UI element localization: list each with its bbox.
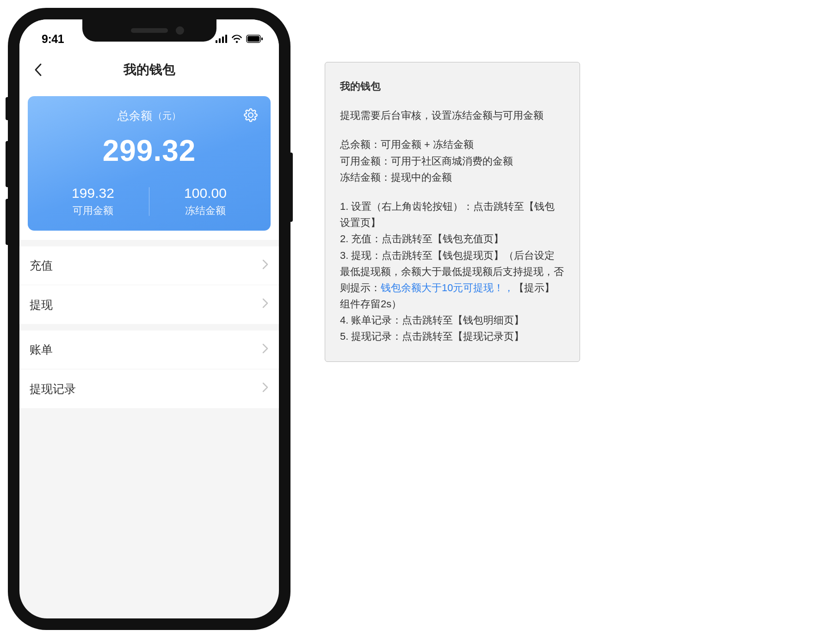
gear-icon [244,108,258,122]
chevron-right-icon [262,382,269,396]
available-balance-value: 199.32 [37,185,149,201]
svg-rect-0 [216,40,217,43]
balance-unit: （元） [153,110,181,122]
spec-def-available: 可用金额：可用于社区商城消费的金额 [340,153,565,169]
svg-rect-2 [222,37,224,43]
balance-card-area: 总余额 （元） 299.32 199.32 可用金额 100.00 冻结金 [19,88,279,240]
menu-group: 账单 提现记录 [19,330,279,408]
phone-side-button [6,97,9,120]
phone-frame: 9:41 我的钱包 总余 [9,9,289,629]
spec-title: 我的钱包 [340,78,565,94]
nav-bar: 我的钱包 [19,52,279,88]
svg-rect-5 [247,36,259,42]
total-balance-value: 299.32 [37,134,261,168]
spec-item-recharge: 2. 充值：点击跳转至【钱包充值页】 [340,231,565,247]
spec-def-frozen: 冻结金额：提现中的金额 [340,169,565,185]
frozen-balance-label: 冻结金额 [149,204,261,218]
wallet-settings-button[interactable] [243,107,259,123]
menu-item-bills[interactable]: 账单 [19,330,279,369]
phone-speaker [131,28,168,33]
chevron-right-icon [262,259,269,273]
cellular-icon [216,35,228,43]
spec-item-withdraw-records: 5. 提现记录：点击跳转至【提现记录页】 [340,328,565,344]
chevron-right-icon [262,343,269,357]
chevron-left-icon [34,63,42,77]
phone-notch [82,19,216,42]
spec-intro: 提现需要后台审核，设置冻结金额与可用金额 [340,107,565,123]
available-balance-label: 可用金额 [37,204,149,218]
menu-item-withdraw-records[interactable]: 提现记录 [19,369,279,408]
phone-side-button [6,199,9,245]
spec-item-withdraw: 3. 提现：点击跳转至【钱包提现页】（后台设定最低提现额，余额大于最低提现额后支… [340,247,565,312]
phone-camera [176,26,184,35]
menu-item-label: 充值 [30,258,53,273]
spec-panel: 我的钱包 提现需要后台审核，设置冻结金额与可用金额 总余额：可用金额 + 冻结金… [325,62,580,362]
status-icons [216,35,263,43]
menu-item-label: 账单 [30,342,53,357]
spec-item-settings: 1. 设置（右上角齿轮按钮）：点击跳转至【钱包设置页】 [340,198,565,231]
spec-def-total: 总余额：可用金额 + 冻结金额 [340,136,565,153]
svg-rect-3 [225,35,227,43]
available-balance: 199.32 可用金额 [37,185,149,218]
phone-side-button [6,141,9,187]
total-balance-label: 总余额 [117,108,152,123]
phone-side-button [289,153,293,222]
frozen-balance: 100.00 冻结金额 [149,185,261,218]
balance-card: 总余额 （元） 299.32 199.32 可用金额 100.00 冻结金 [28,96,271,231]
phone-screen: 9:41 我的钱包 总余 [19,19,279,618]
menu-group: 充值 提现 [19,246,279,324]
svg-rect-6 [261,37,263,40]
status-time: 9:41 [42,32,64,46]
svg-rect-1 [219,38,221,43]
spec-item-bills: 4. 账单记录：点击跳转至【钱包明细页】 [340,312,565,328]
spec-link-text: 钱包余额大于10元可提现！， [381,282,514,294]
menu-item-label: 提现记录 [30,381,76,397]
chevron-right-icon [262,298,269,312]
frozen-balance-value: 100.00 [149,185,261,201]
battery-icon [246,35,263,43]
menu-item-withdraw[interactable]: 提现 [19,285,279,324]
page-title: 我的钱包 [124,61,175,79]
wifi-icon [231,35,242,43]
back-button[interactable] [31,62,45,77]
menu-item-label: 提现 [30,297,53,312]
menu-item-recharge[interactable]: 充值 [19,246,279,285]
